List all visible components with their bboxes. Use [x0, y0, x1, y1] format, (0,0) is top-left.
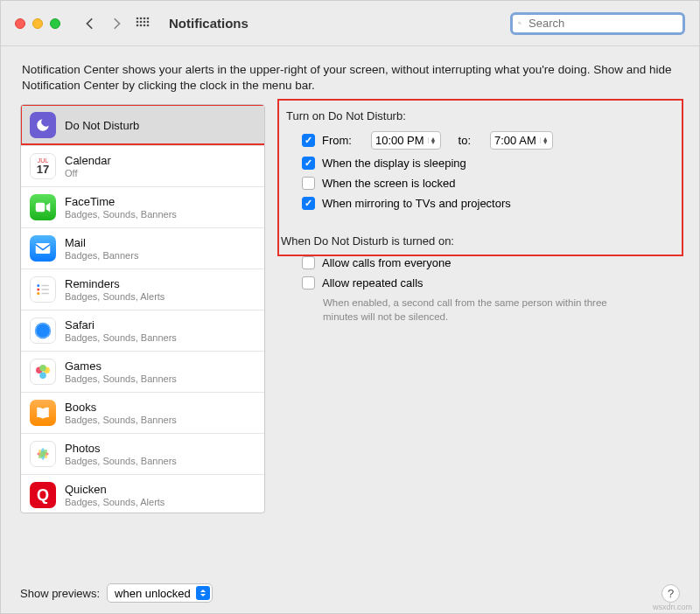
svg-point-26 — [39, 373, 46, 380]
app-sub: Badges, Sounds, Banners — [65, 456, 177, 467]
facetime-icon — [30, 194, 56, 220]
dnd-sleep-row: When the display is sleeping — [302, 157, 680, 170]
window-controls — [15, 18, 60, 29]
show-all-button[interactable] — [134, 15, 151, 32]
allow-repeated-checkbox[interactable] — [302, 276, 315, 290]
app-row-books[interactable]: Books Badges, Sounds, Banners — [21, 393, 264, 434]
app-name: Quicken — [65, 483, 164, 497]
svg-point-18 — [37, 292, 39, 295]
stepper-icon[interactable]: ▲▼ — [428, 137, 437, 143]
search-input[interactable] — [527, 16, 677, 31]
chevron-updown-icon — [196, 586, 210, 600]
to-label: to: — [458, 134, 471, 147]
svg-point-10 — [144, 24, 146, 26]
app-sub: Badges, Sounds, Banners — [65, 332, 177, 344]
app-row-do-not-disturb[interactable]: Do Not Disturb — [21, 105, 264, 146]
svg-point-11 — [147, 24, 150, 26]
app-row-quicken[interactable]: Q Quicken Badges, Sounds, Alerts — [21, 475, 264, 513]
svg-point-8 — [136, 24, 139, 26]
app-row-facetime[interactable]: FaceTime Badges, Sounds, Banners — [21, 187, 264, 228]
app-sub: Badges, Banners — [65, 250, 138, 262]
minimize-window-button[interactable] — [32, 18, 43, 29]
svg-rect-14 — [36, 203, 46, 213]
search-field-wrap[interactable] — [510, 12, 685, 35]
svg-point-4 — [136, 20, 139, 23]
svg-rect-15 — [36, 243, 51, 254]
from-time-field[interactable]: 10:00 PM ▲▼ — [371, 131, 441, 150]
app-row-reminders[interactable]: Reminders Badges, Sounds, Alerts — [21, 269, 264, 310]
books-icon — [30, 400, 56, 426]
svg-point-5 — [140, 20, 143, 23]
allow-repeated-label: Allow repeated calls — [322, 276, 424, 290]
back-button[interactable] — [81, 15, 99, 32]
reminders-icon — [30, 276, 56, 303]
svg-point-0 — [136, 17, 139, 19]
app-name: FaceTime — [65, 195, 177, 209]
forward-button[interactable] — [108, 15, 125, 32]
to-time-value: 7:00 AM — [494, 134, 536, 147]
photos-icon — [30, 441, 56, 467]
svg-point-7 — [147, 20, 150, 23]
dnd-locked-label: When the screen is locked — [322, 177, 455, 190]
help-button[interactable]: ? — [662, 584, 680, 603]
panel-description: Notification Center shows your alerts in… — [1, 46, 699, 104]
dnd-sleep-label: When the display is sleeping — [322, 157, 466, 170]
app-row-photos[interactable]: Photos Badges, Sounds, Banners — [21, 434, 264, 475]
dnd-schedule-row: From: 10:00 PM ▲▼ to: 7:00 AM ▲▼ — [302, 131, 680, 150]
page-title: Notifications — [169, 16, 248, 31]
app-sub: Badges, Sounds, Banners — [65, 373, 177, 385]
app-sub: Badges, Sounds, Banners — [65, 209, 177, 220]
app-row-safari[interactable]: Safari Badges, Sounds, Banners — [21, 310, 264, 352]
app-name: Calendar — [65, 154, 111, 168]
calendar-icon: JUL17 — [30, 153, 56, 179]
app-row-mail[interactable]: Mail Badges, Banners — [21, 228, 264, 269]
app-name: Mail — [65, 236, 138, 250]
to-time-field[interactable]: 7:00 AM ▲▼ — [490, 131, 553, 150]
svg-point-2 — [144, 17, 146, 19]
dnd-sleep-checkbox[interactable] — [302, 157, 315, 170]
svg-point-27 — [39, 366, 46, 373]
app-name: Photos — [65, 442, 177, 456]
moon-icon — [30, 112, 56, 138]
app-list[interactable]: Do Not Disturb JUL17 Calendar Off FaceTi… — [20, 104, 265, 513]
app-name: Safari — [65, 318, 177, 332]
show-previews-select[interactable]: when unlocked — [107, 583, 213, 603]
svg-point-17 — [37, 289, 39, 291]
allow-everyone-checkbox[interactable] — [302, 256, 315, 269]
preferences-window: Notifications Notification Center shows … — [0, 0, 700, 614]
dnd-locked-checkbox[interactable] — [302, 177, 315, 190]
app-sub: Badges, Sounds, Banners — [65, 415, 177, 426]
svg-point-12 — [519, 22, 521, 24]
svg-point-16 — [37, 284, 39, 287]
app-name: Do Not Disturb — [65, 119, 139, 133]
dnd-mirror-row: When mirroring to TVs and projectors — [302, 197, 680, 210]
show-previews-label: Show previews: — [20, 587, 100, 600]
games-icon — [30, 359, 56, 385]
watermark: wsxdn.com — [653, 603, 692, 611]
toolbar: Notifications — [1, 1, 699, 46]
repeated-help-text: When enabled, a second call from the sam… — [323, 297, 620, 324]
dnd-on-heading: When Do Not Disturb is turned on: — [281, 234, 680, 248]
dnd-locked-row: When the screen is locked — [302, 177, 680, 190]
svg-point-22 — [35, 323, 51, 338]
dnd-mirror-checkbox[interactable] — [302, 197, 315, 210]
svg-point-6 — [144, 20, 146, 23]
allow-everyone-label: Allow calls from everyone — [322, 256, 451, 269]
app-sub: Off — [65, 168, 111, 179]
close-window-button[interactable] — [15, 18, 25, 29]
app-name: Books — [65, 401, 177, 415]
chevron-left-icon — [84, 17, 96, 30]
settings-panel: Turn on Do Not Disturb: From: 10:00 PM ▲… — [281, 104, 680, 513]
app-name: Games — [65, 359, 177, 373]
dnd-heading: Turn on Do Not Disturb: — [286, 109, 680, 122]
svg-point-1 — [140, 17, 143, 19]
dnd-mirror-label: When mirroring to TVs and projectors — [322, 197, 511, 210]
dnd-from-checkbox[interactable] — [302, 134, 315, 147]
app-row-calendar[interactable]: JUL17 Calendar Off — [21, 146, 264, 187]
allow-everyone-row: Allow calls from everyone — [302, 256, 680, 269]
stepper-icon[interactable]: ▲▼ — [540, 137, 549, 143]
chevron-right-icon — [110, 17, 122, 30]
app-sub: Badges, Sounds, Alerts — [65, 291, 164, 303]
app-row-games[interactable]: Games Badges, Sounds, Banners — [21, 352, 264, 393]
zoom-window-button[interactable] — [50, 18, 60, 29]
